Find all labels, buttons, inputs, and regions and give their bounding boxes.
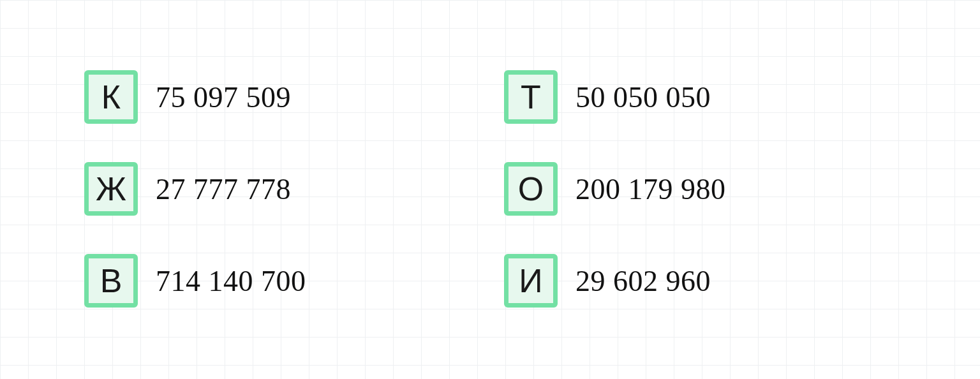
letter-tile: В xyxy=(84,254,138,308)
list-item: Ж 27 777 778 xyxy=(84,162,306,216)
list-item: К 75 097 509 xyxy=(84,70,306,124)
list-item: Т 50 050 050 xyxy=(504,70,726,124)
letter-tile: К xyxy=(84,70,138,124)
number-value: 27 777 778 xyxy=(156,172,291,206)
letter-tile: Т xyxy=(504,70,558,124)
letter-tile: О xyxy=(504,162,558,216)
number-value: 50 050 050 xyxy=(575,80,711,114)
number-value: 75 097 509 xyxy=(156,80,291,114)
left-column: К 75 097 509 Ж 27 777 778 В 714 140 700 xyxy=(84,70,306,308)
letter-tile: Ж xyxy=(84,162,138,216)
list-item: И 29 602 960 xyxy=(504,254,726,308)
right-column: Т 50 050 050 О 200 179 980 И 29 602 960 xyxy=(504,70,726,308)
letter-tile: И xyxy=(504,254,558,308)
number-value: 29 602 960 xyxy=(575,264,711,298)
list-item: О 200 179 980 xyxy=(504,162,726,216)
number-value: 714 140 700 xyxy=(156,264,306,298)
number-value: 200 179 980 xyxy=(575,172,726,206)
list-item: В 714 140 700 xyxy=(84,254,306,308)
